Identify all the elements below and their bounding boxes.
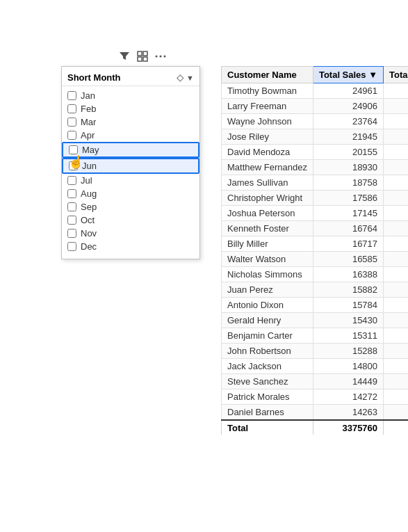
table-row: Kenneth Foster16764 bbox=[222, 221, 409, 236]
total-cell bbox=[384, 206, 408, 221]
table-row: Gerald Henry15430 bbox=[222, 313, 409, 328]
table-row: Juan Perez15882 bbox=[222, 282, 409, 298]
sales-cell: 14800 bbox=[313, 359, 383, 374]
filter-item-jan[interactable]: Jan bbox=[62, 89, 199, 102]
customer-name-cell: Joshua Peterson bbox=[222, 206, 313, 221]
customer-name-cell: Wayne Johnson bbox=[222, 114, 313, 129]
table-row: Antonio Dixon15784 bbox=[222, 298, 409, 313]
filter-label-jun: Jun bbox=[82, 161, 97, 171]
filter-item-dec[interactable]: Dec bbox=[62, 240, 199, 253]
sales-cell: 18930 bbox=[313, 160, 383, 175]
table-row: Christopher Wright17586 bbox=[222, 191, 409, 206]
checkbox-apr[interactable] bbox=[67, 131, 76, 140]
filter-label-sep: Sep bbox=[81, 202, 97, 212]
checkbox-nov[interactable] bbox=[67, 229, 76, 238]
customer-name-cell: John Robertson bbox=[222, 344, 313, 359]
checkbox-oct[interactable] bbox=[67, 216, 76, 225]
total-cell bbox=[384, 267, 408, 282]
filter-item-nov[interactable]: Nov bbox=[62, 227, 199, 240]
customer-name-cell: Steve Sanchez bbox=[222, 374, 313, 389]
filter-item-feb[interactable]: Feb bbox=[62, 102, 199, 115]
total-cell bbox=[384, 160, 408, 175]
sales-cell: 14272 bbox=[313, 389, 383, 405]
checkbox-sep[interactable] bbox=[67, 202, 76, 211]
customer-name-cell: Billy Miller bbox=[222, 236, 313, 252]
customer-name-cell: Daniel Barnes bbox=[222, 405, 313, 421]
table-row: Timothy Bowman24961 bbox=[222, 83, 409, 99]
filter-label-mar: Mar bbox=[81, 117, 96, 127]
filter-header: Short Month ◇ ▼ bbox=[62, 70, 199, 86]
checkbox-aug[interactable] bbox=[67, 189, 76, 198]
table-row: Matthew Fernandez18930 bbox=[222, 160, 409, 175]
checkbox-feb[interactable] bbox=[67, 104, 76, 113]
table-row: Jose Riley21945 bbox=[222, 129, 409, 145]
filter-label-oct: Oct bbox=[81, 215, 95, 225]
col-total-sales[interactable]: Total Sales ▼ bbox=[313, 67, 383, 83]
checkbox-jun[interactable] bbox=[69, 161, 78, 170]
customer-name-cell: Larry Freeman bbox=[222, 99, 313, 114]
customer-name-cell: Nicholas Simmons bbox=[222, 267, 313, 282]
sales-cell: 24906 bbox=[313, 99, 383, 114]
svg-rect-2 bbox=[138, 57, 142, 61]
table-row: Joshua Peterson17145 bbox=[222, 206, 409, 221]
total-cell bbox=[384, 405, 408, 421]
filter-item-oct[interactable]: Oct bbox=[62, 213, 199, 227]
filter-icon[interactable] bbox=[118, 50, 131, 63]
table-row: Larry Freeman24906 bbox=[222, 99, 409, 114]
sales-table: Customer Name Total Sales ▼ Total Timoth… bbox=[221, 66, 408, 435]
filter-item-jul[interactable]: Jul bbox=[62, 174, 199, 187]
filter-label-feb: Feb bbox=[81, 104, 96, 114]
customer-name-cell: Juan Perez bbox=[222, 282, 313, 298]
sales-cell: 14449 bbox=[313, 374, 383, 389]
sales-cell: 15430 bbox=[313, 313, 383, 328]
filter-item-aug[interactable]: Aug bbox=[62, 187, 199, 200]
filter-item-may[interactable]: May bbox=[62, 142, 199, 158]
sales-cell: 18758 bbox=[313, 175, 383, 191]
more-icon[interactable] bbox=[154, 50, 167, 63]
checkbox-dec[interactable] bbox=[67, 242, 76, 251]
checkbox-mar[interactable] bbox=[67, 118, 76, 127]
total-cell bbox=[384, 313, 408, 328]
col-customer-name[interactable]: Customer Name bbox=[222, 67, 313, 83]
checkbox-jul[interactable] bbox=[67, 176, 76, 185]
customer-name-cell: Gerald Henry bbox=[222, 313, 313, 328]
total-cell bbox=[384, 129, 408, 145]
filter-clear-icon[interactable]: ◇ bbox=[177, 72, 183, 83]
table-row: David Mendoza20155 bbox=[222, 145, 409, 160]
filter-collapse-icon[interactable]: ▼ bbox=[186, 74, 194, 82]
checkbox-may[interactable] bbox=[69, 145, 78, 154]
layout-icon[interactable] bbox=[136, 50, 149, 63]
filter-item-apr[interactable]: Apr bbox=[62, 129, 199, 142]
customer-name-cell: David Mendoza bbox=[222, 145, 313, 160]
filter-list: JanFebMarAprMayJunJulAugSepOctNovDec bbox=[62, 86, 199, 256]
table-container: Customer Name Total Sales ▼ Total Timoth… bbox=[221, 66, 408, 435]
sales-cell: 16388 bbox=[313, 267, 383, 282]
svg-rect-0 bbox=[138, 51, 142, 56]
table-row: Steve Sanchez14449 bbox=[222, 374, 409, 389]
filter-label-jan: Jan bbox=[81, 90, 95, 101]
total-row: Total 3375760 bbox=[222, 420, 409, 435]
svg-point-6 bbox=[164, 56, 166, 58]
table-row: Benjamin Carter15311 bbox=[222, 328, 409, 344]
customer-name-cell: James Sullivan bbox=[222, 175, 313, 191]
filter-item-mar[interactable]: Mar bbox=[62, 115, 199, 129]
sales-cell: 15288 bbox=[313, 344, 383, 359]
customer-name-cell: Matthew Fernandez bbox=[222, 160, 313, 175]
checkbox-jan[interactable] bbox=[67, 91, 76, 100]
svg-point-5 bbox=[160, 56, 162, 58]
col-total[interactable]: Total bbox=[384, 67, 408, 83]
filter-item-sep[interactable]: Sep bbox=[62, 200, 199, 213]
filter-item-jun[interactable]: Jun bbox=[62, 158, 199, 174]
total-cell bbox=[384, 359, 408, 374]
sales-cell: 14263 bbox=[313, 405, 383, 421]
filter-panel: Short Month ◇ ▼ JanFebMarAprMayJunJulAug… bbox=[61, 66, 200, 259]
table-row: John Robertson15288 bbox=[222, 344, 409, 359]
total-cell bbox=[384, 145, 408, 160]
total-cell bbox=[384, 389, 408, 405]
total-cell bbox=[384, 298, 408, 313]
sales-cell: 15882 bbox=[313, 282, 383, 298]
sales-cell: 21945 bbox=[313, 129, 383, 145]
customer-name-cell: Christopher Wright bbox=[222, 191, 313, 206]
total-label: Total bbox=[222, 420, 313, 435]
customer-name-cell: Jack Jackson bbox=[222, 359, 313, 374]
